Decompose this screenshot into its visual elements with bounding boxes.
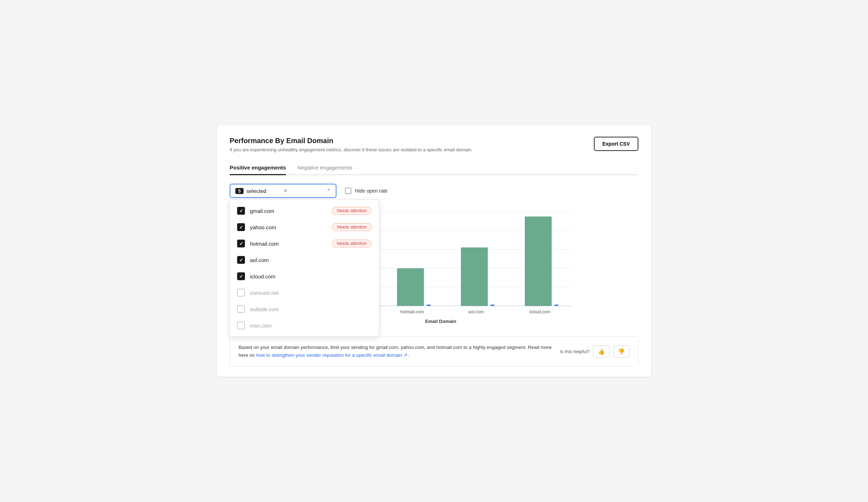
bar-icloud-blue xyxy=(554,305,558,306)
domain-label-yahoo: yahoo.com xyxy=(250,224,327,230)
bar-icloud xyxy=(525,217,552,306)
list-item[interactable]: aol.com xyxy=(230,252,379,268)
controls-row: 5 selected × ⌃ gmail.com Needs attention… xyxy=(230,184,638,198)
needs-attention-badge-gmail: Needs attention xyxy=(332,207,372,215)
domain-select-container: 5 selected × ⌃ gmail.com Needs attention… xyxy=(230,184,336,198)
checkbox-outlook[interactable] xyxy=(237,305,245,313)
list-item[interactable]: yahoo.com Needs attention xyxy=(230,219,379,235)
needs-attention-badge-yahoo: Needs attention xyxy=(332,223,372,231)
checkbox-hotmail[interactable] xyxy=(237,240,245,247)
list-item[interactable]: gmail.com Needs attention xyxy=(230,203,379,219)
label-icloud: icloud.com xyxy=(529,310,550,315)
domain-dropdown: gmail.com Needs attention yahoo.com Need… xyxy=(230,199,379,337)
helpful-label: Is this helpful? xyxy=(560,349,590,354)
tabs-bar: Positive engagements Negative engagement… xyxy=(230,161,638,175)
checkbox-aol[interactable] xyxy=(237,256,245,264)
chevron-up-icon: ⌃ xyxy=(326,188,331,194)
checkbox-gmail[interactable] xyxy=(237,207,245,215)
list-item[interactable]: msn.com xyxy=(230,317,379,334)
export-csv-button[interactable]: Export CSV xyxy=(594,137,638,151)
domain-label-msn: msn.com xyxy=(250,323,372,329)
bar-aol xyxy=(461,247,488,306)
select-label: selected xyxy=(246,188,280,194)
helpful-section: Is this helpful? 👍 👎 xyxy=(560,345,629,358)
bar-aol-blue xyxy=(491,305,495,306)
checkbox-comcast[interactable] xyxy=(237,289,245,297)
label-aol: aol.com xyxy=(469,310,484,315)
page-title: Performance By Email Domain xyxy=(230,137,472,145)
list-item[interactable]: outlook.com xyxy=(230,301,379,317)
info-text: Based on your email domain performance, … xyxy=(239,344,553,359)
list-item[interactable]: icloud.com xyxy=(230,268,379,284)
main-card: Performance By Email Domain If you are e… xyxy=(217,125,651,376)
select-clear-icon[interactable]: × xyxy=(284,188,287,194)
hide-open-rate-label: Hide open rate xyxy=(355,188,388,194)
checkbox-msn[interactable] xyxy=(237,321,245,329)
bar-hotmail-blue xyxy=(427,305,430,306)
domain-label-aol: aol.com xyxy=(250,257,372,263)
label-hotmail: hotmail.com xyxy=(401,310,424,315)
domain-select[interactable]: 5 selected × ⌃ xyxy=(230,184,336,198)
list-item[interactable]: comcast.net xyxy=(230,284,379,301)
domain-label-hotmail: hotmail.com xyxy=(250,241,327,247)
domain-label-comcast: comcast.net xyxy=(250,290,372,296)
domain-label-icloud: icloud.com xyxy=(250,273,372,279)
checkbox-icloud[interactable] xyxy=(237,272,245,280)
domain-label-gmail: gmail.com xyxy=(250,208,327,214)
tab-positive-engagements[interactable]: Positive engagements xyxy=(230,161,286,175)
thumbs-down-button[interactable]: 👎 xyxy=(613,345,629,358)
select-count: 5 xyxy=(235,188,244,194)
thumbs-up-button[interactable]: 👍 xyxy=(593,345,610,358)
info-box: Based on your email domain performance, … xyxy=(230,336,638,366)
hide-open-rate-checkbox-square xyxy=(345,188,351,194)
card-header-left: Performance By Email Domain If you are e… xyxy=(230,137,472,152)
x-axis-label: Email Domain xyxy=(425,319,456,324)
page-subtitle: If you are experiencing unhealthy engage… xyxy=(230,147,472,152)
tab-negative-engagements[interactable]: Negative engagements xyxy=(297,161,352,175)
bar-hotmail xyxy=(397,268,424,306)
needs-attention-badge-hotmail: Needs attention xyxy=(332,240,372,247)
hide-open-rate-checkbox[interactable]: Hide open rate xyxy=(345,188,388,194)
info-link[interactable]: how to strengthen your sender reputation… xyxy=(256,352,408,358)
list-item[interactable]: hotmail.com Needs attention xyxy=(230,235,379,252)
domain-label-outlook: outlook.com xyxy=(250,306,372,312)
checkbox-yahoo[interactable] xyxy=(237,223,245,231)
card-header: Performance By Email Domain If you are e… xyxy=(230,137,638,152)
